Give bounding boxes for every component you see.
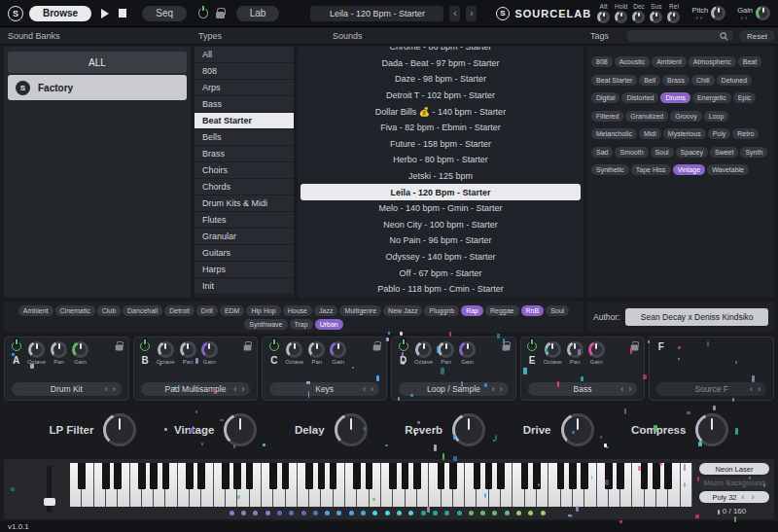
tag-chip[interactable]: Tape Hiss [631, 164, 671, 175]
genre-chip[interactable]: House [283, 305, 312, 316]
sound-item[interactable]: Chrome - 86 bpm - Starter [298, 47, 584, 55]
sound-item[interactable]: Off - 67 bpm - Starter [298, 265, 584, 281]
tag-chip[interactable]: Midi [639, 128, 661, 139]
piano-black-key[interactable] [413, 463, 421, 488]
piano-black-key[interactable] [485, 463, 493, 488]
slot-name-bar[interactable]: Pad Multisample‹› [141, 382, 251, 396]
piano-black-key[interactable] [605, 463, 613, 488]
env-knob-hold[interactable] [615, 11, 627, 23]
tag-chip[interactable]: Loop [704, 111, 729, 122]
pitch-knob[interactable] [711, 6, 725, 20]
sound-item[interactable]: Odyssey - 140 bpm - Starter [298, 249, 584, 266]
genre-chip[interactable]: Synthwave [244, 319, 287, 330]
tag-chip[interactable]: 808 [591, 56, 613, 67]
reset-button[interactable]: Reset [739, 30, 775, 42]
slot-knob-gain[interactable] [459, 341, 476, 358]
piano-black-key[interactable] [402, 463, 409, 488]
slot-lock-icon[interactable] [115, 345, 123, 351]
slot-next-button[interactable]: › [239, 385, 246, 394]
piano-black-key[interactable] [664, 463, 672, 488]
sound-item[interactable]: Leila - 120 Bpm - Starter [301, 184, 581, 200]
stop-icon[interactable] [119, 9, 126, 18]
tag-chip[interactable]: Groovy [670, 111, 702, 122]
tag-chip[interactable]: Retro [732, 128, 759, 139]
env-knob-sus[interactable] [650, 11, 662, 23]
slot-prev-button[interactable]: ‹ [490, 385, 497, 394]
piano-black-key[interactable] [521, 463, 529, 488]
piano-black-key[interactable] [282, 463, 290, 488]
piano-black-key[interactable] [569, 463, 577, 488]
tag-chip[interactable]: Energetic [692, 92, 731, 103]
type-item[interactable]: Chords [194, 179, 294, 195]
genre-chip[interactable]: Cinematic [55, 305, 95, 316]
tag-chip[interactable]: Vintage [673, 164, 706, 175]
slot-name-bar[interactable]: Keys‹› [269, 382, 379, 396]
tag-chip[interactable]: Beat Starter [591, 75, 637, 86]
piano-black-key[interactable] [233, 463, 241, 488]
piano-black-key[interactable] [197, 463, 205, 488]
type-item[interactable]: Granular [194, 229, 294, 245]
slot-knob-pan[interactable] [308, 341, 325, 358]
piano-black-key[interactable] [114, 463, 122, 488]
preset-display[interactable]: Leila - 120 Bpm - Starter [310, 6, 443, 21]
sound-item[interactable]: Detroit T - 102 bpm - Starter [298, 88, 584, 104]
genre-chip[interactable]: Club [97, 305, 121, 316]
fx-knob[interactable] [335, 413, 368, 446]
slot-prev-button[interactable]: ‹ [231, 385, 238, 394]
genre-chip[interactable]: Soul [546, 305, 569, 316]
genre-chip[interactable]: Detroit [164, 305, 194, 316]
piano-black-key[interactable] [474, 463, 481, 488]
type-item[interactable]: Guitars [194, 245, 294, 262]
env-knob-rel[interactable] [667, 11, 680, 23]
sound-item[interactable]: No Pain - 96 bpm - Starter [298, 232, 584, 249]
piano-black-key[interactable] [533, 463, 541, 488]
type-item[interactable]: All [194, 47, 294, 63]
tag-chip[interactable]: Sad [591, 147, 613, 158]
slot-knob-octave[interactable] [158, 341, 174, 358]
bank-item[interactable]: SFactory [8, 75, 187, 100]
genre-chip[interactable]: Drill [196, 305, 218, 316]
slot-lock-icon[interactable] [244, 345, 252, 351]
slot-prev-button[interactable]: ‹ [103, 385, 110, 394]
tag-chip[interactable]: Bell [639, 75, 660, 86]
piano-black-key[interactable] [581, 463, 588, 488]
env-knob-dec[interactable] [632, 11, 645, 23]
slot-power-icon[interactable] [12, 341, 21, 351]
slot-prev-button[interactable]: ‹ [361, 385, 368, 394]
piano-black-key[interactable] [389, 463, 397, 488]
slot-lock-icon[interactable] [631, 345, 639, 351]
fader-handle[interactable] [44, 498, 55, 506]
slot-knob-octave[interactable] [286, 341, 302, 358]
slot-name-bar[interactable]: Source F‹› [656, 382, 766, 396]
genre-chip[interactable]: Reggae [485, 305, 519, 316]
slot-power-icon[interactable] [269, 341, 279, 351]
piano-black-key[interactable] [617, 463, 624, 488]
lab-button[interactable]: Lab [236, 6, 280, 21]
pitch-fader[interactable] [47, 466, 52, 513]
slot-next-button[interactable]: › [369, 385, 375, 394]
slot-knob-pan[interactable] [438, 341, 454, 358]
slot-power-icon[interactable] [527, 341, 537, 351]
genre-chip[interactable]: Jazz [314, 305, 337, 316]
slot-knob-octave[interactable] [415, 341, 432, 358]
power-icon[interactable] [198, 8, 208, 18]
genre-chip[interactable]: Urban [315, 319, 343, 330]
type-item[interactable]: Flutes [194, 212, 294, 229]
tag-chip[interactable]: Detuned [717, 75, 752, 86]
slot-name-bar[interactable]: Drum Kit‹› [12, 382, 122, 396]
browse-button[interactable]: Browse [29, 6, 91, 21]
sound-item[interactable]: Neon City - 100 bpm - Starter [298, 217, 584, 233]
piano-black-key[interactable] [269, 463, 277, 488]
sound-item[interactable]: Dada - Beat - 97 bpm - Starter [298, 55, 584, 72]
tag-chip[interactable]: Ambient [652, 56, 687, 67]
pitch-stepper[interactable]: ‹› [695, 15, 704, 21]
slot-knob-octave[interactable] [545, 341, 561, 358]
piano-black-key[interactable] [641, 463, 649, 488]
piano-black-key[interactable] [78, 463, 86, 488]
slot-name-bar[interactable]: Loop / Sample‹› [399, 382, 509, 396]
tag-chip[interactable]: Granulized [625, 111, 668, 122]
fx-knob[interactable] [224, 413, 257, 446]
slot-knob-gain[interactable] [201, 341, 218, 358]
genre-chip[interactable]: Multigenre [339, 305, 381, 316]
slot-next-button[interactable]: › [111, 385, 118, 394]
